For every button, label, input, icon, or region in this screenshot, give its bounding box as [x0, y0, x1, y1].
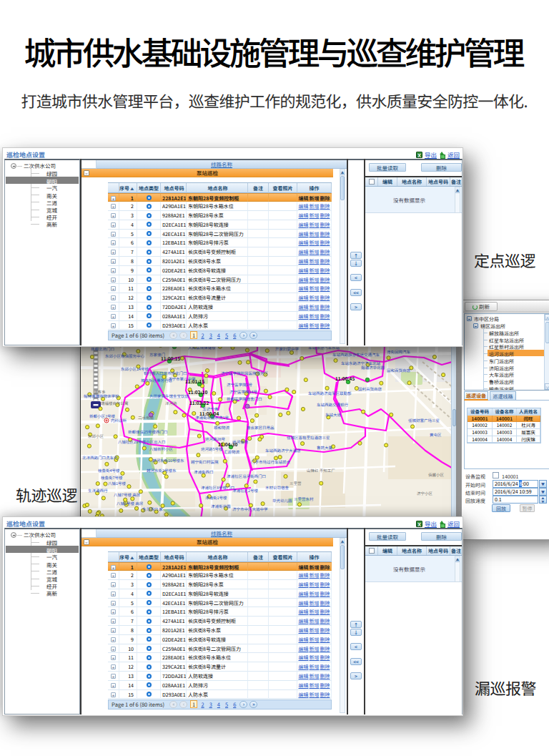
edit-link[interactable]: 编辑: [299, 590, 309, 597]
delete-link[interactable]: 删除: [320, 294, 330, 301]
tree-item[interactable]: 输电派出所: [489, 386, 514, 391]
header-ops[interactable]: 操作: [297, 552, 332, 562]
device-header-cell[interactable]: 人员姓名: [517, 408, 540, 416]
add-link[interactable]: 新增: [310, 564, 320, 571]
edit-link[interactable]: 编辑: [299, 663, 309, 670]
row-expand-icon[interactable]: +: [111, 609, 116, 614]
edit-link[interactable]: 编辑: [299, 248, 309, 255]
scroll-up-icon[interactable]: ∧: [545, 314, 549, 320]
add-link[interactable]: 新增: [310, 212, 320, 219]
table-row[interactable]: +39288A2E1东朝阳28号水泵编辑新增删除: [108, 211, 332, 220]
route-name-header[interactable]: 线路名称: [97, 160, 347, 169]
row-expand-icon[interactable]: +: [111, 601, 116, 606]
select-all-checkbox[interactable]: [369, 548, 375, 554]
header-type[interactable]: 地点类型: [137, 183, 161, 193]
table-row[interactable]: +15D293A0E1人防水泵编辑新增删除: [108, 690, 332, 699]
row-expand-icon[interactable]: +: [111, 573, 116, 578]
page-first-button[interactable]: «: [169, 332, 177, 339]
delete-link[interactable]: 删除: [320, 267, 330, 274]
header-code[interactable]: 地点号码: [427, 177, 450, 186]
export-link[interactable]: 导出: [425, 150, 437, 159]
row-expand-icon[interactable]: +: [111, 222, 116, 227]
add-link[interactable]: 新增: [310, 663, 320, 670]
header-note[interactable]: 备注: [248, 183, 269, 193]
tree-expand-icon[interactable]: [11, 532, 16, 538]
tree-item-selected[interactable]: 朝阳: [6, 177, 79, 184]
batch-read-button[interactable]: 批量读取: [369, 163, 406, 172]
edit-link[interactable]: 编辑: [299, 303, 309, 310]
tree-item[interactable]: 鲁桥派出所: [489, 378, 514, 386]
export-link[interactable]: 导出: [425, 519, 437, 528]
page-prev-button[interactable]: ‹: [179, 332, 187, 339]
add-link[interactable]: 新增: [310, 294, 320, 301]
table-row[interactable]: +12329CA2E1长庆街8号流量计编辑新增删除: [108, 662, 332, 672]
grid-scrollbar-thumb[interactable]: [340, 545, 345, 569]
select-all-checkbox[interactable]: [369, 179, 375, 185]
tree-item-selected[interactable]: 朝阳: [6, 546, 79, 553]
end-time-input[interactable]: 2016/6/24 10:59: [493, 488, 538, 496]
edit-link[interactable]: 编辑: [299, 627, 309, 634]
page-last-button[interactable]: »: [249, 701, 257, 708]
header-photo[interactable]: 查看照片: [269, 183, 297, 193]
panel-scrollbar[interactable]: ▲: [455, 556, 460, 582]
edit-link[interactable]: 编辑: [299, 202, 309, 210]
row-expand-icon[interactable]: +: [111, 240, 116, 245]
tab-patrol-device[interactable]: 巡逻设备: [464, 391, 488, 401]
row-expand-icon[interactable]: +: [111, 305, 116, 310]
page-link[interactable]: 2: [201, 700, 204, 708]
row-expand-icon[interactable]: +: [111, 664, 116, 669]
row-expand-icon[interactable]: +: [111, 628, 116, 633]
edit-link[interactable]: 编辑: [299, 285, 309, 292]
add-link[interactable]: 新增: [310, 691, 320, 698]
edit-link[interactable]: 编辑: [299, 221, 309, 228]
add-link[interactable]: 新增: [310, 257, 320, 265]
edit-link[interactable]: 编辑: [299, 322, 309, 329]
move-up-button[interactable]: ↑: [350, 252, 362, 259]
move-down-button[interactable]: ↓: [350, 260, 362, 267]
delete-link[interactable]: 删除: [320, 313, 330, 320]
page-link[interactable]: 6: [233, 331, 236, 339]
delete-link[interactable]: 删除: [320, 599, 330, 607]
row-expand-icon[interactable]: +: [111, 619, 116, 624]
row-expand-icon[interactable]: +: [111, 591, 116, 597]
table-row[interactable]: +1372DDA2E1人防软连接编辑新增删除: [108, 672, 332, 681]
add-link[interactable]: 新增: [310, 682, 320, 689]
add-link[interactable]: 新增: [310, 617, 320, 624]
table-row[interactable]: +2A29DA1E1东朝阳28号水箱水位编辑新增删除: [108, 571, 332, 580]
speed-input[interactable]: 0.1: [493, 496, 538, 504]
header-note[interactable]: 备注: [450, 177, 462, 186]
edit-link[interactable]: 编辑: [299, 195, 309, 202]
row-expand-icon[interactable]: +: [111, 582, 116, 587]
start-time-dropdown[interactable]: ▼: [539, 480, 547, 488]
add-link[interactable]: 新增: [310, 672, 320, 679]
scroll-up-icon[interactable]: ▲: [455, 187, 460, 193]
refresh-button[interactable]: 刷新: [465, 302, 498, 311]
page-link[interactable]: 3: [209, 331, 212, 339]
tree-collapse-icon[interactable]: [467, 316, 472, 321]
row-expand-icon[interactable]: +: [111, 565, 116, 570]
delete-link[interactable]: 删除: [320, 322, 330, 329]
table-row[interactable]: +542ECA1E1东朝阳28号二次管网压力编辑新增删除: [108, 230, 332, 239]
delete-link[interactable]: 删除: [320, 627, 330, 634]
edit-link[interactable]: 编辑: [299, 571, 309, 579]
edit-link[interactable]: 编辑: [299, 672, 309, 679]
end-time-dropdown[interactable]: ▼: [539, 488, 547, 496]
delete-link[interactable]: 删除: [320, 285, 330, 292]
table-row[interactable]: +12281A2E1东朝阳28号变频控制柜编辑新增删除: [108, 562, 332, 571]
table-row[interactable]: +12281A2E1东朝阳28号变频控制柜编辑新增删除: [108, 193, 332, 202]
delete-link[interactable]: 删除: [320, 654, 330, 661]
page-link[interactable]: 2: [201, 331, 204, 339]
edit-link[interactable]: 编辑: [299, 230, 309, 237]
delete-link[interactable]: 删除: [320, 248, 330, 255]
tree-sub-node[interactable]: 辖区派出所: [480, 323, 505, 330]
page-next-button[interactable]: ›: [239, 701, 247, 708]
scroll-up-icon[interactable]: ▲: [340, 539, 345, 544]
row-expand-icon[interactable]: +: [111, 204, 116, 209]
header-name[interactable]: 地点名称: [187, 552, 248, 562]
add-link[interactable]: 新增: [310, 599, 320, 607]
tree-root-node[interactable]: 二次供水公司: [24, 162, 56, 170]
page-last-button[interactable]: »: [249, 332, 257, 339]
add-link[interactable]: 新增: [310, 202, 320, 210]
row-expand-icon[interactable]: +: [111, 674, 116, 679]
start-time-input[interactable]: 2016/6/24 8:00: [493, 480, 538, 488]
